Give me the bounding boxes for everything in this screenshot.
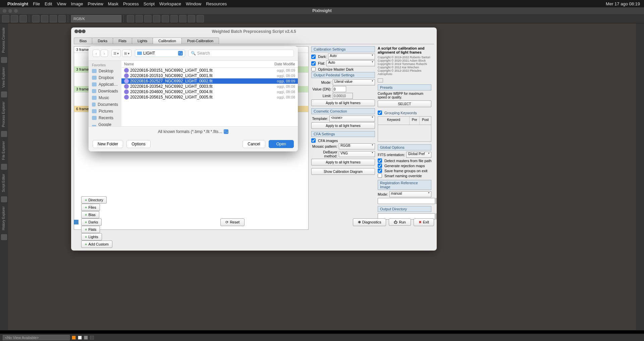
dock-icon[interactable]: [1, 196, 7, 202]
toolbar-button[interactable]: [127, 15, 134, 22]
cancel-button[interactable]: Cancel: [243, 140, 265, 148]
detect-masters-checkbox[interactable]: [378, 158, 382, 163]
toolbar-button[interactable]: [144, 15, 152, 22]
file-type-filter[interactable]: All known formats (*.bmp *.fit *.fits…: [158, 129, 223, 134]
add-files-button[interactable]: Files: [81, 204, 100, 211]
diagnostics-button[interactable]: Diagnostics: [353, 218, 386, 226]
flat-checkbox[interactable]: [311, 61, 316, 66]
dock-icon[interactable]: [1, 91, 7, 97]
toolbar-button[interactable]: [19, 15, 27, 22]
pedestal-apply-button[interactable]: Apply to all light frames: [311, 99, 375, 106]
triangle-icon[interactable]: [74, 220, 78, 224]
toolbar-button[interactable]: [50, 15, 57, 22]
fits-orientation-dropdown[interactable]: Global Pref: [406, 152, 431, 158]
nav-buttons[interactable]: ‹›: [93, 50, 108, 57]
view-grid-icon[interactable]: ⊞ ▾: [122, 50, 131, 57]
options-button[interactable]: Options: [126, 140, 150, 148]
search-input[interactable]: 🔍 Search: [189, 50, 294, 57]
save-frame-groups-checkbox[interactable]: [378, 168, 382, 173]
toolbar-button[interactable]: [11, 15, 18, 22]
toolbar-button[interactable]: [136, 15, 143, 22]
cosmetic-template-dropdown[interactable]: <none>: [329, 116, 375, 122]
tab-darks[interactable]: Darks: [92, 38, 113, 44]
file-row[interactable]: 20220816-200151_NGC6992_LIGHT_0001.fitog…: [121, 68, 298, 73]
color-swatch[interactable]: [90, 336, 94, 340]
dock-tab-process-explorer[interactable]: Process Explorer: [1, 99, 6, 130]
menu-edit[interactable]: Edit: [45, 1, 52, 6]
grouping-keywords-table[interactable]: Keyword Pre Post: [378, 116, 431, 125]
menu-script[interactable]: Script: [144, 1, 155, 6]
dock-tab-view-explorer[interactable]: View Explorer: [1, 64, 6, 90]
tab-flats[interactable]: Flats: [113, 38, 132, 44]
color-swatch[interactable]: [78, 336, 82, 340]
wbpp-titlebar[interactable]: Weighted Batch Preprocessing Script v2.4…: [71, 27, 437, 36]
add-bias-button[interactable]: Bias: [81, 211, 99, 218]
run-button[interactable]: Run: [389, 218, 411, 226]
add-darks-button[interactable]: Darks: [81, 218, 102, 226]
tab-bias[interactable]: Bias: [74, 38, 92, 44]
add-directory-button[interactable]: Directory: [81, 196, 107, 204]
tab-calibration[interactable]: Calibration: [153, 38, 182, 44]
dock-icon[interactable]: [1, 57, 7, 63]
sidebar-item-googled[interactable]: Google D…: [89, 121, 121, 127]
debayer-method-dropdown[interactable]: VNG: [339, 151, 375, 157]
dock-tab-file-explorer[interactable]: File Explorer: [1, 138, 6, 162]
toolbar-button[interactable]: [197, 15, 204, 22]
sidebar-item-desktop[interactable]: Desktop: [89, 68, 121, 74]
menu-process[interactable]: Process: [123, 1, 139, 6]
optimize-master-dark-checkbox[interactable]: [311, 67, 316, 71]
generate-rejection-maps-checkbox[interactable]: [378, 163, 382, 168]
pedestal-mode-dropdown[interactable]: Literal value: [333, 79, 375, 85]
dock-tab-process-console[interactable]: Process Console: [1, 25, 6, 56]
back-button[interactable]: ‹: [93, 50, 100, 57]
toolbar-button[interactable]: [32, 15, 40, 22]
open-button[interactable]: Open: [269, 140, 294, 148]
file-row[interactable]: 20220816-203542_NGC6992_LIGHT_0003.fitog…: [121, 84, 298, 89]
color-swatch[interactable]: [72, 336, 76, 340]
add-lights-button[interactable]: Lights: [81, 233, 102, 241]
presets-select-button[interactable]: SELECT: [378, 100, 431, 107]
toolbar-button[interactable]: [58, 15, 66, 22]
mosaic-pattern-dropdown[interactable]: RGGB: [339, 143, 375, 149]
toolbar-button[interactable]: [170, 15, 178, 22]
menu-image[interactable]: Image: [71, 1, 83, 6]
sidebar-item-applicati[interactable]: Applicati…: [89, 81, 121, 88]
dock-icon[interactable]: [1, 234, 7, 240]
menu-workspace[interactable]: Workspace: [159, 1, 181, 6]
file-row[interactable]: 20220816-205615_NGC6992_LIGHT_0005.fitog…: [121, 94, 298, 100]
app-name[interactable]: PixInsight: [7, 1, 28, 6]
color-swatch[interactable]: [84, 336, 88, 340]
exit-button[interactable]: Exit: [414, 218, 434, 226]
window-controls[interactable]: [3, 9, 18, 13]
grouping-keywords-checkbox[interactable]: [378, 111, 382, 115]
menu-mask[interactable]: Mask: [108, 1, 118, 6]
sidebar-item-music[interactable]: Music: [89, 94, 121, 101]
toolbar-button[interactable]: [2, 15, 9, 22]
add-flats-button[interactable]: Flats: [81, 226, 100, 233]
menu-resources[interactable]: Resources: [206, 1, 227, 6]
show-calibration-diagram-button[interactable]: Show Calibration Diagram: [311, 168, 375, 175]
file-row[interactable]: 20220816-201510_NGC6992_LIGHT_0001.fitog…: [121, 73, 298, 78]
cosmetic-apply-button[interactable]: Apply to all light frames: [311, 122, 375, 129]
view-selector[interactable]: RGB/K: [71, 15, 121, 22]
folder-icon[interactable]: [436, 198, 436, 204]
location-dropdown[interactable]: LIGHT ⌃⌄: [135, 50, 185, 57]
tab-post-calibration[interactable]: Post-Calibration: [181, 38, 219, 44]
dock-tab-script-editor[interactable]: Script Editor: [1, 171, 6, 195]
sidebar-item-dropbox[interactable]: Dropbox: [89, 74, 121, 81]
toolbar-button[interactable]: [162, 15, 169, 22]
sidebar-item-recents[interactable]: Recents: [89, 115, 121, 121]
flat-dropdown[interactable]: Auto: [326, 60, 375, 66]
file-list[interactable]: Name Date Modifie 20220816-200151_NGC699…: [121, 61, 298, 126]
cfa-images-checkbox[interactable]: [311, 138, 316, 143]
file-row[interactable]: 20220816-202527_NGC6992_LIGHT_0002.fitog…: [121, 78, 298, 84]
sidebar-item-downloads[interactable]: Downloads: [89, 88, 121, 94]
dark-dropdown[interactable]: Auto: [328, 54, 375, 60]
view-selector-status[interactable]: <No View Available>: [3, 335, 70, 340]
pedestal-value-input[interactable]: [333, 86, 346, 92]
new-folder-button[interactable]: New Folder: [93, 140, 123, 148]
view-list-icon[interactable]: ☰ ▾: [111, 50, 121, 57]
menu-view[interactable]: View: [57, 1, 66, 6]
dock-tab-history-explorer[interactable]: History Explorer: [1, 204, 6, 233]
sidebar-item-pictures[interactable]: Pictures: [89, 108, 121, 115]
